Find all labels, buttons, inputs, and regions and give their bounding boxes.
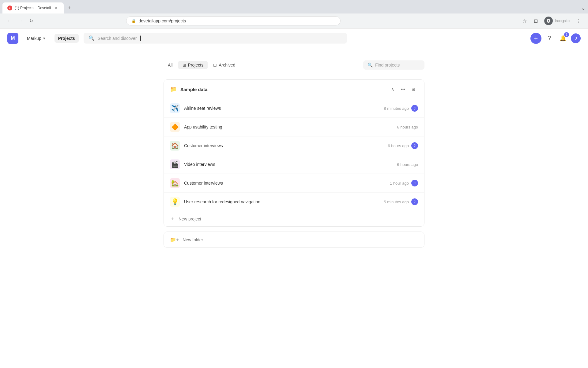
app-header: M Markup ▼ Projects 🔍 Search and discove…: [0, 29, 588, 48]
find-placeholder-text: Find projects: [375, 63, 400, 67]
tab-list-button[interactable]: ⌄: [581, 5, 586, 11]
notification-badge: 1: [564, 32, 569, 37]
help-button[interactable]: ?: [544, 33, 555, 44]
folder-name: Sample data: [180, 87, 384, 92]
lock-icon: 🔒: [131, 19, 136, 23]
project-emoji: ✈️: [170, 103, 180, 113]
project-name: User research for redesigned navigation: [184, 199, 379, 204]
back-button[interactable]: ←: [5, 17, 13, 25]
incognito-label: Incognito: [555, 19, 570, 23]
more-button[interactable]: ⋮: [573, 16, 583, 26]
folder-header: 📁 Sample data ∧ ••• ⊞: [164, 80, 424, 99]
tab-favicon: ●: [7, 6, 12, 10]
projects-nav-button[interactable]: Projects: [55, 34, 79, 43]
user-avatar[interactable]: J: [571, 33, 581, 43]
tab-archived[interactable]: ⊡ Archived: [209, 61, 239, 69]
extension-button[interactable]: ⊡: [531, 16, 541, 26]
project-meta: 8 minutes ago J: [384, 105, 418, 112]
project-time: 6 hours ago: [397, 162, 418, 167]
project-emoji: 🔶: [170, 122, 180, 132]
search-cursor: [140, 36, 141, 41]
bookmark-button[interactable]: ☆: [520, 16, 530, 26]
incognito-badge[interactable]: Incognito: [542, 15, 572, 26]
tab-title: (1) Projects – Dovetail: [15, 6, 51, 10]
active-tab[interactable]: ● (1) Projects – Dovetail ✕: [2, 2, 64, 13]
folder-actions: ∧ ••• ⊞: [388, 85, 418, 94]
add-button[interactable]: +: [530, 33, 541, 44]
project-time: 5 minutes ago: [384, 200, 409, 204]
user-dot: J: [411, 105, 418, 112]
new-folder-container: 📁+ New folder: [164, 232, 424, 248]
project-meta: 5 minutes ago J: [384, 198, 418, 205]
project-row[interactable]: ✈️ Airline seat reviews 8 minutes ago J: [164, 99, 424, 118]
markup-button[interactable]: Markup ▼: [23, 34, 50, 43]
markup-chevron-icon: ▼: [43, 36, 46, 40]
main-content: All ⊞ Projects ⊡ Archived 🔍 Find project…: [156, 48, 432, 260]
new-folder-label: New folder: [183, 237, 203, 242]
new-project-label: New project: [179, 217, 201, 221]
project-row[interactable]: 🏡 Customer interviews 1 hour ago J: [164, 174, 424, 193]
markup-label: Markup: [27, 36, 41, 41]
project-emoji: 🏡: [170, 178, 180, 188]
tab-close-button[interactable]: ✕: [53, 5, 59, 11]
new-project-row[interactable]: ＋ New project: [164, 211, 424, 226]
tab-right-controls: ⌄: [581, 5, 586, 11]
notifications-button[interactable]: 🔔 1: [557, 33, 568, 44]
header-actions: + ? 🔔 1 J: [530, 33, 581, 44]
user-dot: J: [411, 142, 418, 149]
tab-archived-label: Archived: [219, 63, 235, 67]
project-time: 6 hours ago: [397, 125, 418, 129]
search-icon: 🔍: [89, 35, 95, 41]
tab-projects-label: Projects: [188, 63, 204, 67]
projects-tab-icon: ⊞: [183, 63, 186, 67]
browser-actions: ☆ ⊡ Incognito ⋮: [520, 15, 583, 26]
project-name: Customer interviews: [184, 181, 386, 186]
project-meta: 6 hours ago J: [388, 142, 418, 149]
tab-all[interactable]: All: [164, 61, 177, 69]
project-row[interactable]: 🎬 Video interviews 6 hours ago: [164, 155, 424, 174]
tab-all-label: All: [168, 63, 173, 67]
more-options-button[interactable]: •••: [398, 85, 408, 94]
browser-chrome: ● (1) Projects – Dovetail ✕ + ⌄ ← → ↻ 🔒 …: [0, 0, 588, 29]
new-tab-button[interactable]: +: [65, 4, 74, 12]
project-name: Airline seat reviews: [184, 106, 379, 111]
refresh-button[interactable]: ↻: [27, 17, 36, 25]
find-projects-search[interactable]: 🔍 Find projects: [363, 60, 424, 70]
project-emoji: 🏠: [170, 141, 180, 151]
project-meta: 6 hours ago: [397, 125, 418, 129]
collapse-button[interactable]: ∧: [388, 85, 397, 94]
header-search-bar[interactable]: 🔍 Search and discover: [84, 33, 347, 44]
grid-view-button[interactable]: ⊞: [409, 85, 418, 94]
tab-bar: ● (1) Projects – Dovetail ✕ + ⌄: [0, 0, 588, 13]
project-emoji: 💡: [170, 197, 180, 207]
project-row[interactable]: 🔶 App usability testing 6 hours ago: [164, 118, 424, 136]
project-name: App usability testing: [184, 125, 393, 129]
url-text: dovetailapp.com/projects: [138, 18, 186, 23]
forward-button[interactable]: →: [16, 17, 24, 25]
address-bar: ← → ↻ 🔒 dovetailapp.com/projects ☆ ⊡ Inc…: [0, 13, 588, 28]
project-name: Video interviews: [184, 162, 393, 167]
help-icon: ?: [548, 35, 551, 41]
projects-list: ✈️ Airline seat reviews 8 minutes ago J …: [164, 99, 424, 211]
new-folder-row[interactable]: 📁+ New folder: [164, 232, 424, 247]
project-row[interactable]: 💡 User research for redesigned navigatio…: [164, 193, 424, 211]
project-time: 6 hours ago: [388, 144, 409, 148]
project-row[interactable]: 🏠 Customer interviews 6 hours ago J: [164, 136, 424, 155]
search-placeholder-text: Search and discover: [98, 36, 137, 41]
find-icon: 🔍: [368, 63, 373, 67]
add-folder-icon: 📁+: [170, 237, 179, 243]
project-meta: 6 hours ago: [397, 162, 418, 167]
project-time: 1 hour ago: [390, 181, 409, 186]
url-bar[interactable]: 🔒 dovetailapp.com/projects: [126, 16, 341, 25]
folder-icon: 📁: [170, 86, 177, 93]
project-time: 8 minutes ago: [384, 106, 409, 111]
tab-projects[interactable]: ⊞ Projects: [178, 61, 208, 69]
add-project-icon: ＋: [170, 216, 175, 222]
project-name: Customer interviews: [184, 143, 383, 148]
project-emoji: 🎬: [170, 159, 180, 169]
workspace-button[interactable]: M: [7, 33, 18, 44]
project-meta: 1 hour ago J: [390, 180, 418, 186]
archived-tab-icon: ⊡: [213, 63, 217, 67]
user-dot: J: [411, 198, 418, 205]
incognito-icon: [544, 17, 553, 25]
